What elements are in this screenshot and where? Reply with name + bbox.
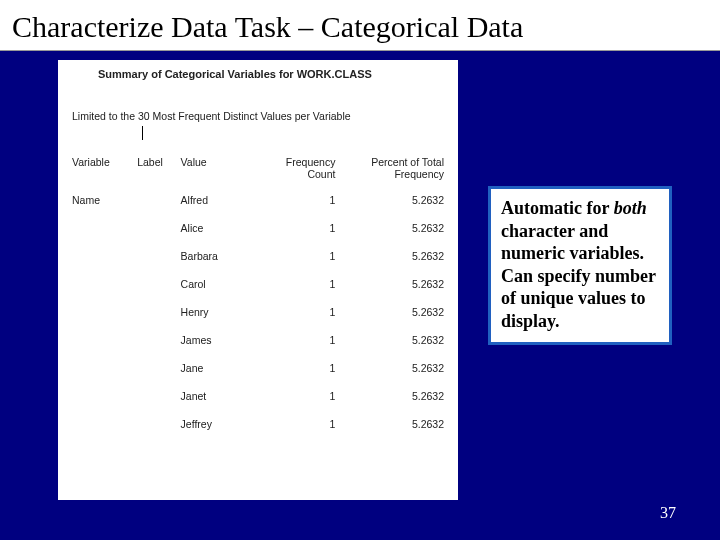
cell-count: 1 bbox=[263, 410, 339, 438]
cell-label bbox=[133, 298, 176, 326]
cell-value: Henry bbox=[177, 298, 264, 326]
cell-label bbox=[133, 410, 176, 438]
cell-count: 1 bbox=[263, 270, 339, 298]
table-row: Barbara15.2632 bbox=[68, 242, 448, 270]
page-number: 37 bbox=[660, 504, 676, 522]
categorical-table: Variable Label Value FrequencyCount Perc… bbox=[68, 150, 448, 438]
cell-variable bbox=[68, 214, 133, 242]
cell-percent: 5.2632 bbox=[339, 242, 448, 270]
cell-percent: 5.2632 bbox=[339, 186, 448, 214]
col-percent: Percent of TotalFrequency bbox=[339, 150, 448, 186]
cell-count: 1 bbox=[263, 242, 339, 270]
cell-value: Barbara bbox=[177, 242, 264, 270]
cell-label bbox=[133, 186, 176, 214]
table-row: NameAlfred15.2632 bbox=[68, 186, 448, 214]
limited-note: Limited to the 30 Most Frequent Distinct… bbox=[72, 110, 448, 122]
col-label: Label bbox=[133, 150, 176, 186]
cell-percent: 5.2632 bbox=[339, 298, 448, 326]
cell-count: 1 bbox=[263, 214, 339, 242]
cell-value: Carol bbox=[177, 270, 264, 298]
cell-value: Jeffrey bbox=[177, 410, 264, 438]
cell-variable bbox=[68, 242, 133, 270]
slide-title: Characterize Data Task – Categorical Dat… bbox=[0, 0, 720, 51]
cell-label bbox=[133, 382, 176, 410]
callout-box: Automatic for both character and numeric… bbox=[488, 186, 672, 345]
cell-label bbox=[133, 270, 176, 298]
cell-value: Alfred bbox=[177, 186, 264, 214]
cell-percent: 5.2632 bbox=[339, 326, 448, 354]
table-row: Janet15.2632 bbox=[68, 382, 448, 410]
summary-heading: Summary of Categorical Variables for WOR… bbox=[98, 68, 448, 80]
cell-value: Janet bbox=[177, 382, 264, 410]
cell-percent: 5.2632 bbox=[339, 382, 448, 410]
cell-label bbox=[133, 326, 176, 354]
table-row: Henry15.2632 bbox=[68, 298, 448, 326]
cell-count: 1 bbox=[263, 186, 339, 214]
cell-percent: 5.2632 bbox=[339, 410, 448, 438]
cell-label bbox=[133, 242, 176, 270]
cell-count: 1 bbox=[263, 298, 339, 326]
table-row: James15.2632 bbox=[68, 326, 448, 354]
cell-percent: 5.2632 bbox=[339, 354, 448, 382]
col-value: Value bbox=[177, 150, 264, 186]
cell-value: James bbox=[177, 326, 264, 354]
cell-variable bbox=[68, 382, 133, 410]
cell-percent: 5.2632 bbox=[339, 214, 448, 242]
results-panel: Summary of Categorical Variables for WOR… bbox=[58, 60, 458, 500]
cell-value: Jane bbox=[177, 354, 264, 382]
cell-count: 1 bbox=[263, 326, 339, 354]
cell-label bbox=[133, 214, 176, 242]
table-row: Jane15.2632 bbox=[68, 354, 448, 382]
table-row: Alice15.2632 bbox=[68, 214, 448, 242]
cell-variable bbox=[68, 410, 133, 438]
cell-variable: Name bbox=[68, 186, 133, 214]
cell-value: Alice bbox=[177, 214, 264, 242]
col-frequency: FrequencyCount bbox=[263, 150, 339, 186]
cell-count: 1 bbox=[263, 382, 339, 410]
col-variable: Variable bbox=[68, 150, 133, 186]
cell-label bbox=[133, 354, 176, 382]
text-cursor bbox=[142, 126, 143, 140]
callout-text-3: character and numeric variables. Can spe… bbox=[501, 221, 656, 331]
cell-variable bbox=[68, 354, 133, 382]
cell-variable bbox=[68, 298, 133, 326]
cell-count: 1 bbox=[263, 354, 339, 382]
callout-text-1: Automatic for bbox=[501, 198, 614, 218]
cell-percent: 5.2632 bbox=[339, 270, 448, 298]
table-row: Jeffrey15.2632 bbox=[68, 410, 448, 438]
callout-text-both: both bbox=[614, 198, 647, 218]
cell-variable bbox=[68, 270, 133, 298]
table-row: Carol15.2632 bbox=[68, 270, 448, 298]
cell-variable bbox=[68, 326, 133, 354]
